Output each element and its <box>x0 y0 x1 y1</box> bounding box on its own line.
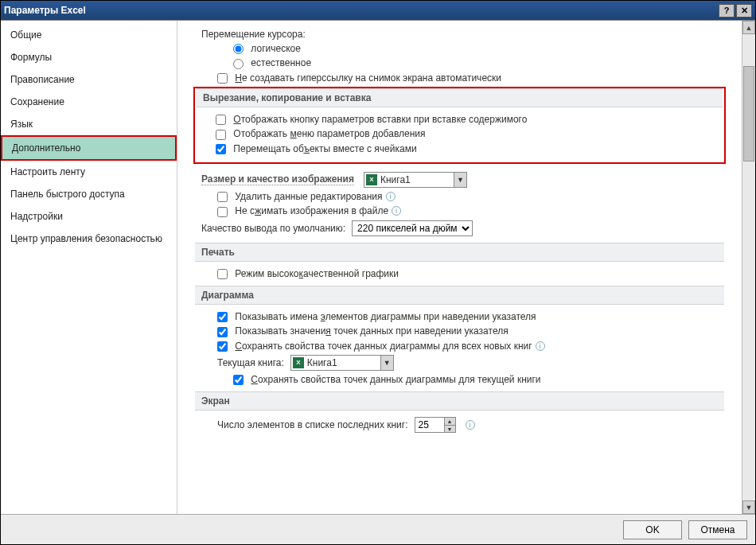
sidebar-item-advanced[interactable]: Дополнительно <box>1 135 177 161</box>
vertical-scrollbar[interactable]: ▲ ▼ <box>742 21 755 514</box>
hq-graphics-text: Режим высококачественной графики <box>235 268 399 279</box>
section-chart: Диаграмма <box>195 286 724 305</box>
excel-options-dialog: Параметры Excel ? ✕ Общие Формулы Правоп… <box>0 0 756 545</box>
sidebar-item-formulas[interactable]: Формулы <box>1 46 177 68</box>
image-quality-book-combo[interactable]: X Книга1 ▼ <box>364 172 467 188</box>
cursor-logical-radio[interactable]: логическое <box>233 43 301 54</box>
chart-save-props-current-text: Сохранять свойства точек данных диаграмм… <box>251 374 540 385</box>
section-screen: Экран <box>195 391 724 411</box>
cursor-logical-text: логическое <box>251 43 301 54</box>
show-paste-button-checkbox[interactable]: Отображать кнопку параметров вставки при… <box>216 114 527 125</box>
window-title: Параметры Excel <box>4 5 717 16</box>
cursor-natural-input[interactable] <box>233 59 244 69</box>
content-wrap: Перемещение курсора: логическое естестве… <box>177 21 755 514</box>
chevron-down-icon[interactable]: ▼ <box>454 173 466 187</box>
delete-edit-data-text: Удалить данные редактирования <box>235 191 382 202</box>
show-insert-menu-text: Отображать меню параметров добавления <box>233 128 425 139</box>
delete-edit-data-checkbox[interactable]: Удалить данные редактирования <box>217 191 383 202</box>
delete-edit-data-input[interactable] <box>217 192 228 202</box>
sidebar-item-trust-center[interactable]: Центр управления безопасностью <box>1 228 177 250</box>
chart-save-props-current-checkbox[interactable]: Сохранять свойства точек данных диаграмм… <box>233 374 541 385</box>
dialog-footer: OK Отмена <box>1 514 755 544</box>
sidebar-item-quick-access[interactable]: Панель быстрого доступа <box>1 183 177 205</box>
current-book-text: Книга1 <box>307 357 337 368</box>
chevron-down-icon[interactable]: ▼ <box>380 356 393 370</box>
image-quality-book-text: Книга1 <box>380 174 411 185</box>
sidebar-item-addins[interactable]: Надстройки <box>1 205 177 228</box>
cursor-movement-label: Перемещение курсора: <box>201 29 718 40</box>
show-paste-button-text: Отображать кнопку параметров вставки при… <box>233 114 527 125</box>
cursor-logical-input[interactable] <box>233 44 244 54</box>
no-compress-input[interactable] <box>217 207 228 217</box>
info-icon[interactable]: i <box>392 206 401 216</box>
no-hyperlink-input[interactable] <box>217 73 228 84</box>
sidebar-item-proofing[interactable]: Правописание <box>1 68 177 91</box>
section-print: Печать <box>195 243 724 262</box>
spinner-up-icon[interactable]: ▲ <box>445 418 455 426</box>
excel-icon: X <box>366 174 377 185</box>
options-content: Перемещение курсора: логическое естестве… <box>177 21 742 514</box>
dialog-body: Общие Формулы Правописание Сохранение Яз… <box>1 20 755 514</box>
hq-graphics-input[interactable] <box>217 269 228 279</box>
chart-save-props-new-input[interactable] <box>217 341 228 352</box>
scroll-thumb[interactable] <box>743 66 754 162</box>
chart-element-names-text: Показывать имена элементов диаграммы при… <box>235 311 536 322</box>
category-sidebar: Общие Формулы Правописание Сохранение Яз… <box>1 21 177 514</box>
show-paste-button-input[interactable] <box>216 115 226 125</box>
hq-graphics-checkbox[interactable]: Режим высококачественной графики <box>217 268 399 279</box>
scroll-down-icon[interactable]: ▼ <box>742 500 755 514</box>
chart-save-props-new-text: Сохранять свойства точек данных диаграмм… <box>235 341 532 352</box>
spinner-down-icon[interactable]: ▼ <box>445 426 455 433</box>
show-insert-menu-input[interactable] <box>216 130 226 140</box>
help-button[interactable]: ? <box>719 4 735 18</box>
move-objects-text: Перемещать объекты вместе с ячейками <box>233 143 416 154</box>
sidebar-item-language[interactable]: Язык <box>1 113 177 135</box>
scroll-track[interactable] <box>742 34 755 500</box>
chart-save-props-new-checkbox[interactable]: Сохранять свойства точек данных диаграмм… <box>217 341 532 352</box>
chart-save-props-current-input[interactable] <box>233 375 244 385</box>
current-book-label: Текущая книга: <box>217 357 284 368</box>
sidebar-item-customize-ribbon[interactable]: Настроить ленту <box>1 161 177 183</box>
chart-element-names-checkbox[interactable]: Показывать имена элементов диаграммы при… <box>217 311 536 322</box>
info-icon[interactable]: i <box>536 341 545 351</box>
chart-point-values-text: Показывать значения точек данных при нав… <box>235 325 508 337</box>
no-compress-text: Не сжимать изображения в файле <box>235 205 388 216</box>
info-icon[interactable]: i <box>386 192 396 201</box>
recent-count-spinner[interactable]: ▲ ▼ <box>415 417 456 433</box>
move-objects-checkbox[interactable]: Перемещать объекты вместе с ячейками <box>216 143 417 154</box>
info-icon[interactable]: i <box>466 420 475 430</box>
current-book-combo[interactable]: X Книга1 ▼ <box>290 355 394 371</box>
move-objects-input[interactable] <box>216 144 226 154</box>
excel-icon: X <box>293 357 304 368</box>
no-hyperlink-text: Не создавать гиперссылку на снимок экран… <box>235 72 501 84</box>
cursor-natural-radio[interactable]: естественное <box>233 57 311 68</box>
show-insert-menu-checkbox[interactable]: Отображать меню параметров добавления <box>216 128 426 139</box>
section-cut-copy-paste: Вырезание, копирование и вставка <box>197 88 723 107</box>
close-button[interactable]: ✕ <box>736 4 752 18</box>
no-hyperlink-checkbox[interactable]: Не создавать гиперссылку на снимок экран… <box>217 72 501 84</box>
chart-element-names-input[interactable] <box>217 312 228 322</box>
default-quality-combo[interactable]: 220 пикселей на дюйм <box>352 220 473 236</box>
chart-point-values-checkbox[interactable]: Показывать значения точек данных при нав… <box>217 325 509 337</box>
recent-count-input[interactable] <box>415 418 444 432</box>
cancel-button[interactable]: Отмена <box>688 520 747 539</box>
ok-button[interactable]: OK <box>623 520 682 539</box>
image-quality-heading: Размер и качество изображения <box>201 173 354 185</box>
cursor-natural-text: естественное <box>251 57 311 68</box>
titlebar[interactable]: Параметры Excel ? ✕ <box>1 1 755 20</box>
default-quality-label: Качество вывода по умолчанию: <box>201 223 345 234</box>
sidebar-item-save[interactable]: Сохранение <box>1 91 177 113</box>
scroll-up-icon[interactable]: ▲ <box>742 21 755 34</box>
no-compress-checkbox[interactable]: Не сжимать изображения в файле <box>217 205 388 216</box>
sidebar-item-general[interactable]: Общие <box>1 24 177 46</box>
chart-point-values-input[interactable] <box>217 327 228 337</box>
cut-copy-paste-highlight: Вырезание, копирование и вставка Отображ… <box>193 87 726 164</box>
recent-count-label: Число элементов в списке последних книг: <box>217 419 408 430</box>
